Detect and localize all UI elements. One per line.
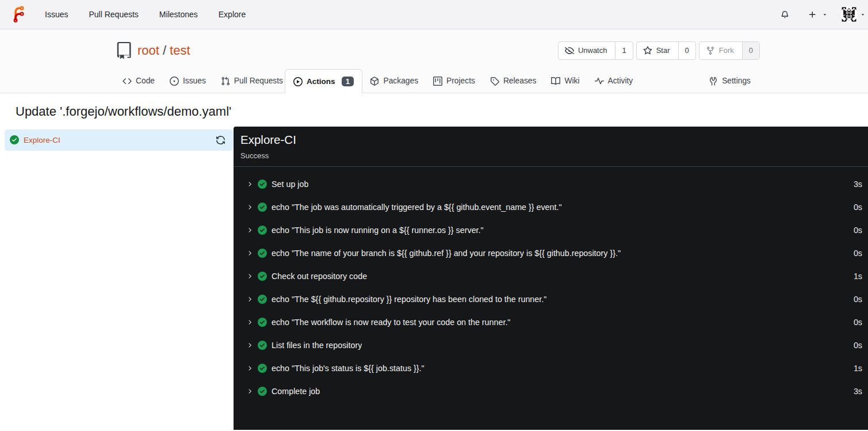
step-duration: 1s — [847, 364, 862, 373]
fork-count[interactable]: 0 — [742, 42, 759, 59]
tab-settings[interactable]: Settings — [701, 69, 758, 93]
star-label: Star — [656, 46, 670, 55]
code-icon — [123, 77, 132, 86]
tools-icon — [709, 77, 718, 86]
repo-tabs: Code Issues Pull Requests Actions 1 Pack… — [115, 69, 758, 93]
step-name: echo "The workflow is now ready to test … — [272, 318, 510, 327]
nav-item-milestones[interactable]: Milestones — [149, 0, 208, 29]
step-name: Complete job — [272, 387, 320, 396]
step-row[interactable]: echo "This job is now running on a ${{ r… — [246, 219, 862, 242]
step-row[interactable]: echo "This job's status is ${{ job.statu… — [246, 357, 862, 380]
tab-code[interactable]: Code — [115, 69, 162, 93]
tab-pull-requests[interactable]: Pull Requests — [213, 69, 290, 93]
tab-packages[interactable]: Packages — [362, 69, 426, 93]
chevron-right-icon[interactable] — [246, 319, 253, 326]
job-item-explore-ci[interactable]: Explore-CI — [5, 129, 233, 151]
chevron-right-icon[interactable] — [246, 204, 253, 211]
job-status-text: Success — [240, 151, 861, 161]
step-row[interactable]: echo "The name of your branch is ${{ git… — [246, 242, 862, 265]
tab-code-label: Code — [136, 77, 155, 85]
chevron-down-icon — [860, 12, 866, 17]
repo-name-link[interactable]: test — [170, 43, 190, 58]
chevron-right-icon[interactable] — [246, 181, 253, 188]
tab-issues[interactable]: Issues — [162, 69, 213, 93]
step-row[interactable]: echo "The workflow is now ready to test … — [246, 311, 862, 334]
step-duration: 0s — [847, 318, 862, 327]
check-circle-icon — [258, 295, 267, 304]
tab-actions-label: Actions — [307, 77, 335, 86]
run-title: Update '.forgejo/workflows/demo.yaml' — [16, 104, 868, 119]
step-duration: 0s — [847, 203, 862, 212]
check-circle-icon — [258, 272, 267, 281]
check-circle-icon — [258, 341, 267, 350]
tab-wiki[interactable]: Wiki — [544, 69, 587, 93]
job-steps-list: Set up job 3s echo "The job was automati… — [234, 167, 868, 403]
repo-breadcrumb: root/test — [137, 43, 190, 58]
step-name: List files in the repository — [272, 341, 362, 350]
step-name: echo "This job's status is ${{ job.statu… — [272, 364, 425, 373]
star-count[interactable]: 0 — [678, 42, 695, 59]
chevron-right-icon[interactable] — [246, 342, 253, 349]
repo-tabs-strip: Code Issues Pull Requests Actions 1 Pack… — [0, 69, 868, 93]
repo-owner-link[interactable]: root — [137, 43, 159, 58]
tab-activity[interactable]: Activity — [587, 69, 641, 93]
tab-projects-label: Projects — [446, 77, 475, 85]
chevron-right-icon[interactable] — [246, 250, 253, 257]
nav-item-explore[interactable]: Explore — [208, 0, 256, 29]
step-duration: 3s — [847, 387, 862, 396]
tab-releases[interactable]: Releases — [483, 69, 544, 93]
check-circle-icon — [258, 249, 267, 258]
step-row[interactable]: List files in the repository 0s — [246, 334, 862, 357]
rerun-sync-icon[interactable] — [216, 135, 225, 145]
fork-button[interactable]: Fork 0 — [699, 41, 760, 60]
tab-actions[interactable]: Actions 1 — [285, 69, 362, 93]
step-row[interactable]: Check out repository code 1s — [246, 265, 862, 288]
top-navbar: Issues Pull Requests Milestones Explore — [0, 0, 868, 29]
job-log-title: Explore-CI — [240, 134, 861, 146]
tab-settings-label: Settings — [722, 77, 751, 85]
chevron-right-icon[interactable] — [246, 365, 253, 372]
tab-projects[interactable]: Projects — [426, 69, 483, 93]
create-new-dropdown[interactable] — [808, 10, 828, 19]
actions-run-page: Update '.forgejo/workflows/demo.yaml' Ex… — [0, 104, 868, 430]
nav-item-pull-requests[interactable]: Pull Requests — [78, 0, 148, 29]
issue-opened-icon — [170, 77, 179, 86]
star-icon — [643, 46, 652, 55]
user-menu-dropdown[interactable] — [841, 6, 866, 22]
tab-wiki-label: Wiki — [564, 77, 579, 85]
book-icon — [551, 77, 560, 86]
repo-book-icon — [115, 42, 132, 59]
chevron-right-icon[interactable] — [246, 388, 253, 395]
git-pull-request-icon — [221, 77, 230, 86]
step-duration: 1s — [847, 272, 862, 281]
unwatch-button[interactable]: Unwatch 1 — [558, 41, 633, 60]
step-row[interactable]: Set up job 3s — [246, 173, 862, 196]
chevron-right-icon[interactable] — [246, 273, 253, 280]
step-row[interactable]: echo "The ${{ github.repository }} repos… — [246, 288, 862, 311]
check-circle-icon — [258, 387, 267, 396]
project-board-icon — [433, 77, 442, 86]
nav-item-issues[interactable]: Issues — [35, 0, 78, 29]
step-row[interactable]: echo "The job was automatically triggere… — [246, 196, 862, 219]
step-duration: 0s — [847, 341, 862, 350]
chevron-right-icon[interactable] — [246, 296, 253, 303]
step-duration: 0s — [847, 249, 862, 258]
plus-icon — [808, 10, 817, 19]
run-view: Explore-CI Explore-CI Success Set up job… — [0, 127, 868, 430]
play-circle-icon — [293, 77, 303, 86]
chevron-right-icon[interactable] — [246, 227, 253, 234]
step-row[interactable]: Complete job 3s — [246, 380, 862, 403]
check-circle-icon — [258, 364, 267, 373]
fork-label: Fork — [719, 46, 734, 55]
star-button[interactable]: Star 0 — [636, 41, 696, 60]
step-name: Set up job — [272, 180, 308, 189]
check-circle-icon — [258, 203, 267, 212]
forgejo-logo-icon[interactable] — [10, 6, 28, 23]
job-log-panel: Explore-CI Success Set up job 3s echo "T… — [234, 127, 868, 430]
notifications-bell-icon[interactable] — [781, 10, 789, 19]
watch-count[interactable]: 1 — [615, 42, 632, 59]
user-avatar — [841, 6, 857, 22]
breadcrumb-separator: / — [163, 43, 166, 58]
package-icon — [370, 77, 379, 86]
tag-icon — [490, 77, 499, 86]
